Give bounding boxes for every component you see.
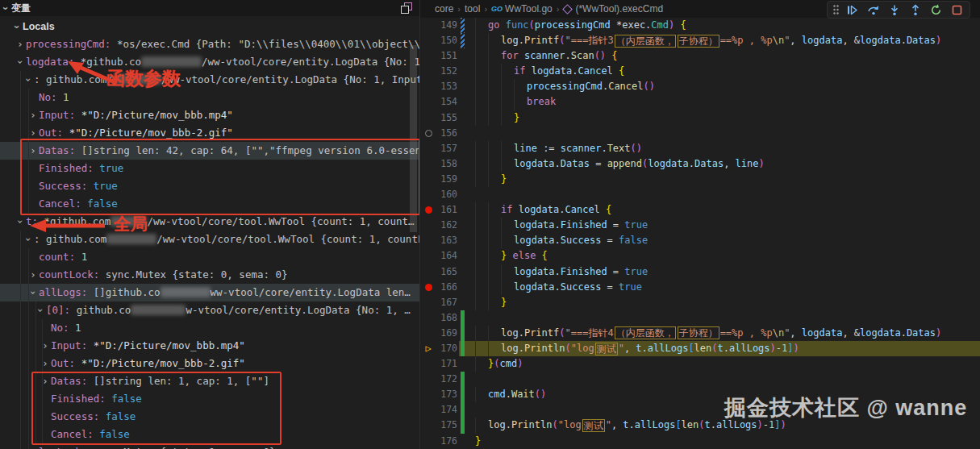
breakpoint-gutter[interactable]	[422, 18, 435, 33]
chevron-down-icon[interactable]: ›	[31, 305, 49, 316]
code-line[interactable]: 171}(cmd)	[420, 356, 980, 372]
variable-row[interactable]: ›Input: *"D:/Picture/mov_bbb.mp4"	[0, 106, 419, 124]
variable-row[interactable]: No: 1	[0, 89, 419, 106]
variable-row[interactable]: Cancel: false	[0, 195, 419, 213]
variable-row[interactable]: ›Out: *"D:/Picture/mov_bbb-2.gif"	[0, 124, 419, 142]
restart-button[interactable]	[927, 2, 945, 17]
breakpoint-gutter[interactable]	[422, 356, 435, 372]
code-line[interactable]: 172	[420, 372, 980, 387]
variable-row[interactable]: ›: github.com//ww-vtool/core/entity.LogD…	[0, 71, 419, 89]
code-line[interactable]: 159}	[420, 172, 980, 187]
variable-row[interactable]: ›t: *github.com/ww-vtool/core/tool.WwToo…	[0, 213, 419, 231]
breakpoint-gutter[interactable]	[422, 372, 435, 387]
breadcrumb-item[interactable]: tool	[465, 3, 480, 15]
variable-row[interactable]: Success: false	[0, 408, 419, 426]
breakpoint-gutter[interactable]	[422, 295, 435, 310]
breakpoint-gutter[interactable]	[422, 79, 435, 94]
code-line[interactable]: 176}	[420, 434, 980, 449]
code-line[interactable]: 160	[420, 187, 980, 202]
code-line[interactable]: 169log.Printf("===指针4（内层函数，子协程）==%p , %p…	[420, 326, 980, 341]
breakpoint-gutter[interactable]	[422, 233, 435, 248]
variable-row[interactable]: Success: true	[0, 177, 419, 195]
breadcrumb-item[interactable]: (*WwTool).execCmd	[563, 3, 663, 15]
code-line[interactable]: 150log.Printf("===指针3（内层函数，子协程）==%p , %p…	[420, 33, 980, 48]
chevron-right-icon[interactable]: ›	[27, 266, 39, 284]
chevron-down-icon[interactable]: ›	[11, 21, 23, 32]
breakpoint-gutter[interactable]	[422, 172, 435, 187]
code-line[interactable]: 164} else {	[420, 248, 980, 264]
chevron-right-icon[interactable]: ›	[27, 443, 39, 449]
chevron-down-icon[interactable]: ›	[0, 2, 12, 14]
breadcrumb-item[interactable]: core	[435, 3, 453, 15]
code-line[interactable]: 165logdata.Finished = true	[420, 264, 980, 280]
code-line[interactable]: 155}	[420, 110, 980, 126]
breakpoint-gutter[interactable]	[422, 402, 435, 418]
breakpoint-gutter[interactable]	[422, 187, 435, 202]
breakpoint-gutter[interactable]	[422, 48, 435, 64]
chevron-right-icon[interactable]: ›	[15, 35, 26, 53]
chevron-down-icon[interactable]: ›	[24, 287, 42, 298]
code-line[interactable]: 157line := scanner.Text()	[420, 141, 980, 156]
variable-row[interactable]: Cancel: false	[0, 426, 419, 443]
chevron-right-icon[interactable]: ›	[27, 124, 39, 142]
code-area[interactable]: 149go func(processingCmd *exec.Cmd) {150…	[420, 18, 980, 449]
variable-row[interactable]: Finished: true	[0, 160, 419, 177]
breakpoint-icon[interactable]	[422, 280, 435, 295]
step-into-button[interactable]	[885, 2, 903, 17]
chevron-right-icon[interactable]: ›	[27, 106, 39, 124]
drag-handle-icon[interactable]	[831, 2, 840, 17]
stop-button[interactable]	[948, 2, 966, 17]
continue-button[interactable]	[843, 2, 861, 17]
breakpoint-gutter[interactable]	[422, 418, 435, 433]
breakpoint-gutter[interactable]	[422, 110, 435, 126]
variable-row[interactable]: ›logLock: sync.Mutex {state: 0, sema: 0}	[0, 443, 419, 449]
code-line[interactable]: 151for scanner.Scan() {	[420, 48, 980, 64]
chevron-down-icon[interactable]: ›	[19, 74, 37, 85]
code-line[interactable]: 153processingCmd.Cancel()	[420, 79, 980, 94]
panel-scrollbar[interactable]	[410, 45, 417, 232]
variable-row[interactable]: ›countLock: sync.Mutex {state: 0, sema: …	[0, 266, 419, 284]
variable-row[interactable]: ›Out: *"D:/Picture/mov_bbb-2.gif"	[0, 355, 419, 372]
variable-row[interactable]: ›Input: *"D:/Picture/mov_bbb.mp4"	[0, 337, 419, 355]
variable-row[interactable]: ›logdata: *github.co/ww-vtool/core/entit…	[0, 53, 419, 71]
code-line[interactable]: 152if logdata.Cancel {	[420, 64, 980, 79]
scope-row-locals[interactable]: › Locals	[11, 18, 55, 35]
breakpoint-gutter[interactable]	[422, 434, 435, 449]
step-over-button[interactable]	[864, 2, 882, 17]
breakpoint-gutter[interactable]	[422, 33, 435, 48]
code-line[interactable]: 162logdata.Finished = true	[420, 218, 980, 233]
breakpoint-gutter[interactable]	[422, 387, 435, 402]
variable-row[interactable]: ›: github.com/ww-vtool/core/tool.WwTool …	[0, 231, 419, 248]
code-line[interactable]: 167}	[420, 295, 980, 310]
breakpoint-gutter[interactable]	[422, 310, 435, 326]
code-line[interactable]: 166logdata.Success = true	[420, 280, 980, 295]
step-out-button[interactable]	[906, 2, 924, 17]
overlapping-windows-icon[interactable]	[401, 2, 412, 14]
breakpoint-gutter[interactable]	[422, 248, 435, 264]
chevron-down-icon[interactable]: ›	[11, 56, 29, 68]
code-line[interactable]: 158logdata.Datas = append(logdata.Datas,…	[420, 156, 980, 172]
breakpoint-gutter[interactable]	[422, 64, 435, 79]
variable-row[interactable]: ›Datas: []string len: 1, cap: 1, [""]	[0, 372, 419, 390]
breadcrumb-item[interactable]: GOWwTool.go	[491, 3, 553, 15]
code-line[interactable]: 170log.Println("log测试", t.allLogs[len(t.…	[420, 341, 980, 356]
code-line[interactable]: 163logdata.Success = false	[420, 233, 980, 248]
variable-row[interactable]: Finished: false	[0, 390, 419, 408]
chevron-right-icon[interactable]: ›	[27, 142, 39, 160]
unverified-breakpoint-icon[interactable]	[422, 126, 435, 141]
variable-row[interactable]: ›processingCmd: *os/exec.Cmd {Path: "D:\…	[0, 35, 419, 53]
breakpoint-gutter[interactable]	[422, 326, 435, 341]
code-line[interactable]: 161if logdata.Cancel {	[420, 202, 980, 218]
breakpoint-gutter[interactable]	[422, 264, 435, 280]
variable-row[interactable]: count: 1	[0, 248, 419, 266]
variable-row[interactable]: No: 1	[0, 319, 419, 337]
chevron-down-icon[interactable]: ›	[11, 216, 29, 227]
variable-row[interactable]: ›[0]: github.cow-vtool/core/entity.LogDa…	[0, 301, 419, 319]
code-line[interactable]: 154break	[420, 94, 980, 110]
chevron-down-icon[interactable]: ›	[19, 234, 37, 245]
variable-row[interactable]: ›allLogs: []github.coww-vtool/core/entit…	[0, 284, 419, 301]
code-line[interactable]: 156	[420, 126, 980, 141]
breakpoint-gutter[interactable]	[422, 141, 435, 156]
breakpoint-gutter[interactable]	[422, 156, 435, 172]
current-line-arrow-icon[interactable]	[422, 341, 435, 356]
